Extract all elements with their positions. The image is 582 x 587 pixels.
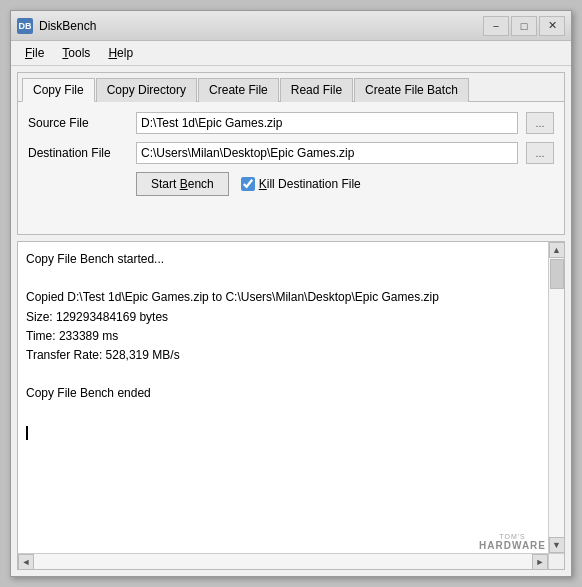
spacer	[28, 204, 554, 224]
horizontal-scrollbar: ◄ ►	[18, 553, 548, 569]
menu-tools-label: Tools	[62, 46, 90, 60]
maximize-button[interactable]: □	[511, 16, 537, 36]
dest-file-input[interactable]	[136, 142, 518, 164]
title-bar-left: DB DiskBench	[17, 18, 96, 34]
app-icon-text: DB	[19, 21, 32, 31]
tab-create-file[interactable]: Create File	[198, 78, 279, 102]
tab-copy-file-label: Copy File	[33, 83, 84, 97]
start-bench-underline: B	[180, 177, 188, 191]
scroll-track-v	[549, 258, 564, 537]
watermark-top: tom's	[499, 533, 525, 540]
tab-panel: Copy File Copy Directory Create File Rea…	[17, 72, 565, 235]
menu-help-label: Help	[108, 46, 133, 60]
menu-file-label: File	[25, 46, 44, 60]
tab-copy-directory-label: Copy Directory	[107, 83, 186, 97]
log-text: Copy File Bench started... Copied D:\Tes…	[18, 242, 564, 458]
log-line-5: Transfer Rate: 528,319 MB/s	[26, 346, 540, 365]
tab-copy-file[interactable]: Copy File	[22, 78, 95, 102]
tab-create-file-batch-label: Create File Batch	[365, 83, 458, 97]
tab-read-file[interactable]: Read File	[280, 78, 353, 102]
kill-dest-text: Kill Destination File	[259, 177, 361, 191]
menu-tools[interactable]: Tools	[54, 43, 98, 63]
source-browse-button[interactable]: ...	[526, 112, 554, 134]
log-line-7: Copy File Bench ended	[26, 384, 540, 403]
close-button[interactable]: ✕	[539, 16, 565, 36]
menu-file[interactable]: File	[17, 43, 52, 63]
log-line-1	[26, 269, 540, 288]
scroll-down-button[interactable]: ▼	[549, 537, 565, 553]
tab-read-file-label: Read File	[291, 83, 342, 97]
log-cursor-line	[26, 423, 540, 442]
source-file-row: Source File ...	[28, 112, 554, 134]
tabs: Copy File Copy Directory Create File Rea…	[18, 73, 564, 102]
scroll-thumb-v[interactable]	[550, 259, 564, 289]
menu-bar: File Tools Help	[11, 41, 571, 66]
log-line-3: Size: 129293484169 bytes	[26, 308, 540, 327]
source-file-label: Source File	[28, 116, 128, 130]
log-panel: Copy File Bench started... Copied D:\Tes…	[17, 241, 565, 570]
source-file-input[interactable]	[136, 112, 518, 134]
tab-create-file-label: Create File	[209, 83, 268, 97]
watermark-bottom: HARDWARE	[479, 540, 546, 551]
minimize-button[interactable]: −	[483, 16, 509, 36]
start-bench-button[interactable]: Start Bench	[136, 172, 229, 196]
title-bar: DB DiskBench − □ ✕	[11, 11, 571, 41]
log-line-6	[26, 365, 540, 384]
scroll-track-h	[34, 554, 532, 569]
main-window: DB DiskBench − □ ✕ File Tools Help Copy …	[10, 10, 572, 577]
log-line-2: Copied D:\Test 1d\Epic Games.zip to C:\U…	[26, 288, 540, 307]
menu-help[interactable]: Help	[100, 43, 141, 63]
tab-create-file-batch[interactable]: Create File Batch	[354, 78, 469, 102]
scroll-left-button[interactable]: ◄	[18, 554, 34, 570]
tab-content: Source File ... Destination File ... Sta…	[18, 102, 564, 234]
watermark: tom's HARDWARE	[479, 533, 546, 551]
cursor	[26, 426, 28, 440]
log-line-0: Copy File Bench started...	[26, 250, 540, 269]
log-line-8	[26, 404, 540, 423]
app-icon: DB	[17, 18, 33, 34]
title-buttons: − □ ✕	[483, 16, 565, 36]
scroll-up-button[interactable]: ▲	[549, 242, 565, 258]
scrollbar-corner	[548, 553, 564, 569]
log-line-4: Time: 233389 ms	[26, 327, 540, 346]
dest-file-label: Destination File	[28, 146, 128, 160]
dest-browse-button[interactable]: ...	[526, 142, 554, 164]
tab-copy-directory[interactable]: Copy Directory	[96, 78, 197, 102]
kill-dest-label[interactable]: Kill Destination File	[241, 177, 361, 191]
window-title: DiskBench	[39, 19, 96, 33]
kill-dest-checkbox[interactable]	[241, 177, 255, 191]
vertical-scrollbar: ▲ ▼	[548, 242, 564, 553]
content-area: Copy File Copy Directory Create File Rea…	[11, 66, 571, 576]
dest-file-row: Destination File ...	[28, 142, 554, 164]
action-row: Start Bench Kill Destination File	[28, 172, 554, 196]
scroll-right-button[interactable]: ►	[532, 554, 548, 570]
